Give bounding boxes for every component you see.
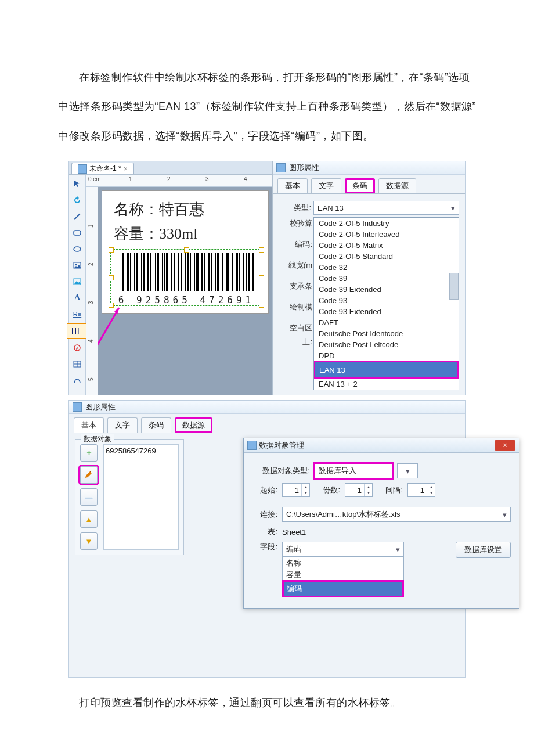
round-rect-tool[interactable] <box>70 226 84 240</box>
barcode-bars <box>122 253 255 291</box>
type-option[interactable]: Code 2-Of-5 Industry <box>314 218 459 229</box>
chevron-down-icon: ▾ <box>396 545 400 554</box>
barcode-type-list[interactable]: Code 2-Of-5 IndustryCode 2-Of-5 Interlea… <box>313 217 459 390</box>
svg-point-2 <box>74 247 81 251</box>
tools-palette: A R≡ A <box>69 175 86 395</box>
gap-spin[interactable]: 1▴▾ <box>407 483 435 497</box>
type-option[interactable]: Code 93 <box>314 295 459 306</box>
properties-titlebar: 图形属性 <box>273 161 465 175</box>
tab-barcode-2[interactable]: 条码 <box>141 417 171 433</box>
type-option[interactable]: Code 39 Extended <box>314 284 459 295</box>
type-option[interactable]: EAN 13 + 2 <box>314 379 459 390</box>
ellipse-tool[interactable] <box>70 242 84 256</box>
close-icon[interactable]: × <box>124 165 128 173</box>
tab-basic-2[interactable]: 基本 <box>74 417 104 433</box>
outro-paragraph: 打印预览查看制作的水杯标签，通过翻页可以查看所有的水杯标签。 <box>58 688 476 717</box>
intro-paragraph: 在标签制作软件中绘制水杯标签的条形码，打开条形码的“图形属性”，在“条码”选项中… <box>58 63 476 150</box>
document-icon <box>78 164 87 174</box>
screenshot-1: 未命名-1 * × A R≡ A <box>68 161 466 395</box>
document-tab-label: 未命名-1 * <box>89 164 121 174</box>
richtext-tool[interactable]: R≡ <box>70 307 84 321</box>
svg-rect-8 <box>75 328 76 334</box>
field-option[interactable]: 容量 <box>283 569 403 581</box>
type-option[interactable]: Deutsche Post Identcode <box>314 328 459 339</box>
tab-datasource[interactable]: 数据源 <box>378 178 416 193</box>
svg-text:A: A <box>76 346 79 350</box>
tab-barcode[interactable]: 条码 <box>345 178 375 193</box>
panel-icon <box>73 402 82 412</box>
type-label: 类型: <box>279 203 311 213</box>
line-tool[interactable] <box>70 210 84 224</box>
text-tool[interactable]: A <box>70 291 84 305</box>
barcode-tool[interactable] <box>67 323 88 339</box>
tab-text-2[interactable]: 文字 <box>107 417 138 433</box>
type-option[interactable]: Code 93 Extended <box>314 306 459 317</box>
dialog-close-button[interactable]: × <box>495 440 515 451</box>
type-option[interactable]: DAFT <box>314 317 459 328</box>
add-button[interactable]: ＋ <box>80 444 98 462</box>
select-tool[interactable] <box>70 177 84 191</box>
scrollbar-thumb[interactable] <box>449 273 459 300</box>
rotate-tool[interactable] <box>70 193 84 207</box>
obj-type-chevron[interactable]: ▾ <box>397 463 418 478</box>
svg-rect-9 <box>77 328 77 334</box>
obj-type-label: 数据对象类型: <box>252 466 310 476</box>
label-preview: 名称：特百惠 容量：330ml <box>102 190 269 314</box>
panel-icon <box>276 163 286 172</box>
data-object-dialog: 数据对象管理 × 数据对象类型: 数据库导入 ▾ 起始: 1▴▾ 份数: <box>243 438 519 609</box>
barcode-object[interactable]: 6 925865 472691 <box>110 249 262 306</box>
barcode-type-dropdown[interactable]: EAN 13▾ <box>313 201 459 215</box>
tab-basic[interactable]: 基本 <box>277 178 308 193</box>
properties-titlebar-2: 图形属性 <box>69 401 465 414</box>
data-object-value: 692586547269 <box>103 444 179 550</box>
move-up-button[interactable]: ▲ <box>80 510 98 528</box>
dialog-title: 数据对象管理 <box>259 440 304 451</box>
connection-select[interactable]: C:\Users\Admi…ktop\水杯标签.xls▾ <box>282 507 511 522</box>
screenshot-2: 图形属性 基本 文字 条码 数据源 数据对象 ＋ — ▲ ▼ <box>68 400 466 678</box>
move-down-button[interactable]: ▼ <box>80 532 98 550</box>
edit-button[interactable] <box>80 466 98 484</box>
chevron-down-icon: ▾ <box>451 204 455 213</box>
stamp-tool[interactable]: A <box>70 341 84 355</box>
svg-rect-1 <box>74 231 81 235</box>
remove-button[interactable]: — <box>80 488 98 506</box>
svg-rect-6 <box>72 328 73 334</box>
db-settings-button[interactable]: 数据库设置 <box>456 542 511 558</box>
properties-tabs: 基本 文字 条码 数据源 <box>273 175 465 194</box>
svg-point-4 <box>75 264 77 266</box>
type-option[interactable]: Code 2-Of-5 Standard <box>314 251 459 262</box>
picture-tool[interactable] <box>70 275 84 289</box>
tab-text[interactable]: 文字 <box>311 178 341 193</box>
tab-datasource-2[interactable]: 数据源 <box>175 417 212 433</box>
dialog-icon <box>247 441 257 450</box>
barcode-text: 6 925865 472691 <box>111 294 262 305</box>
field-option-list[interactable]: 名称容量编码 <box>282 557 404 597</box>
table-value: Sheet1 <box>282 528 306 537</box>
image-tool[interactable] <box>70 258 84 272</box>
svg-line-16 <box>98 308 119 358</box>
grid-tool[interactable] <box>70 357 84 371</box>
curve-tool[interactable] <box>70 373 84 387</box>
type-option[interactable]: Code 32 <box>314 262 459 273</box>
document-tab[interactable]: 未命名-1 * × <box>71 163 134 174</box>
horizontal-ruler: 0 cm 1 2 3 4 <box>86 175 272 187</box>
type-option[interactable]: Code 39 <box>314 273 459 284</box>
svg-rect-7 <box>74 328 74 334</box>
document-tab-strip: 未命名-1 * × <box>69 161 272 175</box>
field-option[interactable]: 名称 <box>283 557 403 569</box>
vertical-ruler: 1 2 3 4 5 <box>86 187 98 395</box>
field-option[interactable]: 编码 <box>283 581 403 597</box>
type-option[interactable]: Code 2-Of-5 Interleaved <box>314 229 459 240</box>
data-object-legend: 数据对象 <box>81 434 114 444</box>
field-select[interactable]: 编码▾ <box>282 542 404 557</box>
chevron-down-icon: ▾ <box>503 510 507 519</box>
type-option[interactable]: Code 2-Of-5 Matrix <box>314 240 459 251</box>
type-option[interactable]: EAN 13 <box>314 361 459 379</box>
obj-type-select[interactable]: 数据库导入 <box>315 463 392 478</box>
copies-spin[interactable]: 1▴▾ <box>345 483 373 497</box>
design-canvas[interactable]: 名称：特百惠 容量：330ml <box>98 187 272 395</box>
type-option[interactable]: Deutsche Post Leitcode <box>314 339 459 350</box>
chevron-down-icon: ▾ <box>406 467 410 476</box>
type-option[interactable]: DPD <box>314 350 459 361</box>
start-spin[interactable]: 1▴▾ <box>282 483 310 497</box>
